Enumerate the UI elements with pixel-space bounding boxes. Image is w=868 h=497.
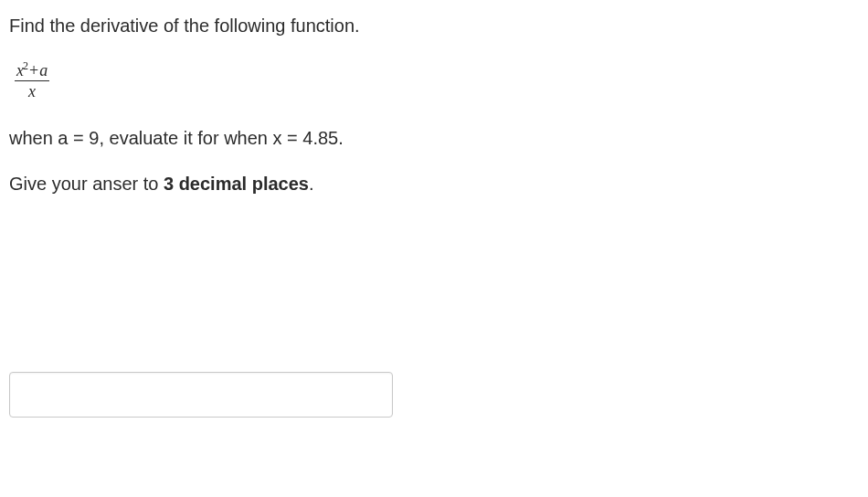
question-prompt: Find the derivative of the following fun… [9,13,859,38]
fraction: x2+a x [15,60,49,100]
denominator: x [15,81,49,100]
instruction-text: Give your anser to 3 decimal places. [9,171,859,196]
formula-expression: x2+a x [15,60,859,100]
condition-text: when a = 9, evaluate it for when x = 4.8… [9,125,859,151]
instruction-bold: 3 decimal places [164,174,309,194]
numerator: x2+a [15,60,49,81]
plus-sign: + [28,61,39,79]
answer-input[interactable] [9,372,393,418]
instruction-suffix: . [309,174,314,194]
var-a: a [39,61,48,79]
instruction-prefix: Give your anser to [9,174,164,194]
